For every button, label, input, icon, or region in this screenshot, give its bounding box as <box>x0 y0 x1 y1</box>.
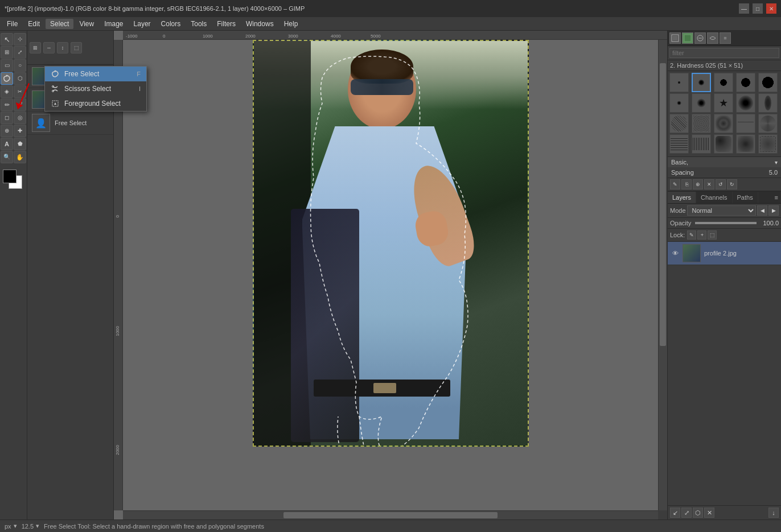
tool-opt-2[interactable]: ↔ <box>43 42 55 53</box>
menu-image[interactable]: Image <box>100 19 128 29</box>
tab-paths[interactable]: Paths <box>733 192 758 203</box>
zoom-dropdown-icon[interactable]: ▾ <box>36 522 39 530</box>
layer-item-0[interactable]: 👁 profile 2.jpg <box>668 242 781 265</box>
tool-opt-1[interactable]: ⊞ <box>30 42 41 53</box>
menu-colors[interactable]: Colors <box>157 19 186 29</box>
move-tool[interactable]: ↖ <box>1 33 13 46</box>
brush-cell-5[interactable] <box>758 73 778 92</box>
mode-next-btn[interactable]: ▶ <box>768 205 779 216</box>
preset-arrow[interactable]: ▾ <box>775 159 778 166</box>
tool-opt-4[interactable]: ⬚ <box>71 42 82 53</box>
h-scroll-thumb[interactable] <box>283 512 498 518</box>
menu-layer[interactable]: Layer <box>129 19 155 29</box>
unit-dropdown-icon[interactable]: ▾ <box>14 522 17 530</box>
foreground-select-menu-item[interactable]: Foreground Select <box>45 96 146 111</box>
layer-new-from-sel[interactable]: ↙ <box>670 508 680 518</box>
brush-cell-6[interactable] <box>669 93 689 113</box>
close-btn[interactable]: ✕ <box>766 3 776 14</box>
brush-icon-3[interactable] <box>694 32 706 44</box>
brush-cell-4[interactable] <box>736 73 755 92</box>
photo-canvas[interactable] <box>253 40 529 447</box>
clone-tool[interactable]: ⊕ <box>1 125 13 137</box>
pan-tool[interactable]: ✋ <box>14 151 26 163</box>
brush-undo-btn[interactable]: ↺ <box>716 179 726 189</box>
minimize-btn[interactable]: — <box>739 3 749 14</box>
menu-file[interactable]: File <box>2 19 22 29</box>
brush-cell-1[interactable] <box>669 73 689 92</box>
heal-tool[interactable]: ✚ <box>14 125 26 137</box>
brush-icon-1[interactable] <box>669 32 681 44</box>
free-select-tool[interactable] <box>1 72 13 85</box>
lock-pixels-btn[interactable]: ✎ <box>687 230 696 240</box>
eraser-tool[interactable]: ◻ <box>1 112 13 124</box>
brush-cell-14[interactable] <box>736 114 755 133</box>
transform-tool[interactable]: ⤢ <box>14 46 26 59</box>
opacity-slider[interactable] <box>695 222 757 224</box>
paintbrush-tool[interactable]: 🖌 <box>14 98 26 111</box>
canvas-container[interactable] <box>123 40 658 510</box>
menu-edit[interactable]: Edit <box>23 19 44 29</box>
scissors-select-menu-item[interactable]: Scissors Select I <box>45 81 146 96</box>
brush-cell-8[interactable]: ★ <box>714 93 733 113</box>
brush-copy-btn[interactable]: ⎘ <box>681 179 692 189</box>
menu-tools[interactable]: Tools <box>186 19 211 29</box>
brush-cell-2[interactable] <box>692 73 711 92</box>
brush-cell-7[interactable] <box>692 93 711 113</box>
tool-opt-3[interactable]: ↕ <box>57 42 68 53</box>
zoom-tool[interactable]: 🔍 <box>1 151 13 163</box>
brush-cell-17[interactable] <box>692 134 711 154</box>
tab-layers[interactable]: Layers <box>668 192 696 203</box>
menu-view[interactable]: View <box>75 19 98 29</box>
lock-alpha-btn[interactable]: ⬚ <box>708 230 717 240</box>
fuzzy-select-tool[interactable]: ⬡ <box>14 72 26 85</box>
brush-cell-20[interactable] <box>758 134 778 154</box>
v-scroll-thumb[interactable] <box>660 63 666 345</box>
mode-prev-btn[interactable]: ◀ <box>757 205 767 216</box>
mode-select[interactable]: Normal Multiply Screen <box>687 205 756 216</box>
history-item-freeselect[interactable]: 👤 Free Select <box>27 112 113 135</box>
brush-cell-3[interactable] <box>714 73 733 92</box>
brush-cell-13[interactable] <box>714 114 733 133</box>
foreground-color[interactable] <box>3 170 17 183</box>
layer-delete[interactable]: ✕ <box>704 508 714 518</box>
menu-filters[interactable]: Filters <box>212 19 240 29</box>
layer-raise[interactable]: ⤢ <box>681 508 692 518</box>
brush-cell-18[interactable] <box>714 134 733 154</box>
lock-position-btn[interactable]: + <box>697 230 706 240</box>
paths-tool[interactable]: ⬟ <box>14 138 26 150</box>
brush-redo-btn[interactable]: ↻ <box>727 179 737 189</box>
layer-eye-0[interactable]: 👁 <box>671 249 679 257</box>
menu-select[interactable]: Select <box>46 19 73 29</box>
align-tool[interactable]: ⊹ <box>14 33 26 46</box>
brush-cell-9[interactable] <box>736 93 755 113</box>
brush-cell-12[interactable] <box>692 114 711 133</box>
brush-edit-btn[interactable]: ✎ <box>670 179 680 189</box>
layers-settings[interactable]: ↓ <box>768 508 779 518</box>
h-scrollbar[interactable] <box>123 510 658 519</box>
v-scrollbar[interactable] <box>658 40 667 510</box>
brush-new-btn[interactable]: ⊕ <box>693 179 703 189</box>
brush-cell-11[interactable] <box>669 114 689 133</box>
pencil-tool[interactable]: ✏ <box>1 98 13 111</box>
scissors-select-tool2[interactable]: ✂ <box>14 85 26 98</box>
canvas-area[interactable]: -1000 0 1000 2000 3000 4000 5000 -1000 0… <box>114 31 667 519</box>
brush-filter-input[interactable] <box>669 48 779 58</box>
brush-cell-10[interactable] <box>758 93 778 113</box>
maximize-btn[interactable]: □ <box>753 3 763 14</box>
layer-lower[interactable]: ⬡ <box>693 508 703 518</box>
menu-windows[interactable]: Windows <box>241 19 278 29</box>
color-select-tool[interactable]: ◈ <box>1 85 13 98</box>
brush-delete-btn[interactable]: ✕ <box>704 179 714 189</box>
brush-cell-15[interactable] <box>758 114 778 133</box>
free-select-menu-item[interactable]: Free Select F <box>45 67 146 81</box>
airbrush-tool[interactable]: ◎ <box>14 112 26 124</box>
brush-cell-16[interactable] <box>669 134 689 154</box>
menu-help[interactable]: Help <box>279 19 303 29</box>
tab-channels[interactable]: Channels <box>696 192 732 203</box>
rect-select-tool[interactable]: ▭ <box>1 59 13 72</box>
crop-tool[interactable]: ⊞ <box>1 46 13 59</box>
layers-options-btn[interactable]: ≡ <box>772 192 781 203</box>
brush-icon-4[interactable] <box>707 32 718 44</box>
text-tool[interactable]: A <box>1 138 13 150</box>
ellipse-select-tool[interactable]: ○ <box>14 59 26 72</box>
